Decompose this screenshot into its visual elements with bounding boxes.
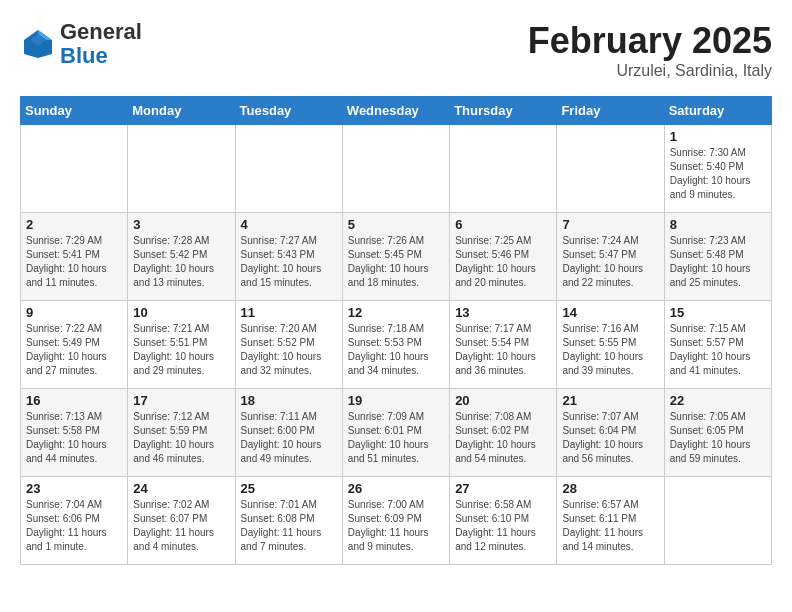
calendar-header-row: SundayMondayTuesdayWednesdayThursdayFrid… bbox=[21, 97, 772, 125]
day-number: 17 bbox=[133, 393, 229, 408]
header-saturday: Saturday bbox=[664, 97, 771, 125]
calendar-week-5: 23Sunrise: 7:04 AM Sunset: 6:06 PM Dayli… bbox=[21, 477, 772, 565]
header-sunday: Sunday bbox=[21, 97, 128, 125]
day-info: Sunrise: 7:00 AM Sunset: 6:09 PM Dayligh… bbox=[348, 498, 444, 554]
day-number: 22 bbox=[670, 393, 766, 408]
day-number: 8 bbox=[670, 217, 766, 232]
header-tuesday: Tuesday bbox=[235, 97, 342, 125]
calendar-cell bbox=[342, 125, 449, 213]
day-number: 18 bbox=[241, 393, 337, 408]
calendar-subtitle: Urzulei, Sardinia, Italy bbox=[528, 62, 772, 80]
day-number: 13 bbox=[455, 305, 551, 320]
calendar-cell: 21Sunrise: 7:07 AM Sunset: 6:04 PM Dayli… bbox=[557, 389, 664, 477]
day-info: Sunrise: 7:23 AM Sunset: 5:48 PM Dayligh… bbox=[670, 234, 766, 290]
day-info: Sunrise: 7:20 AM Sunset: 5:52 PM Dayligh… bbox=[241, 322, 337, 378]
calendar-cell: 7Sunrise: 7:24 AM Sunset: 5:47 PM Daylig… bbox=[557, 213, 664, 301]
calendar-cell: 4Sunrise: 7:27 AM Sunset: 5:43 PM Daylig… bbox=[235, 213, 342, 301]
calendar-cell bbox=[664, 477, 771, 565]
calendar-cell: 25Sunrise: 7:01 AM Sunset: 6:08 PM Dayli… bbox=[235, 477, 342, 565]
calendar-cell: 19Sunrise: 7:09 AM Sunset: 6:01 PM Dayli… bbox=[342, 389, 449, 477]
day-info: Sunrise: 7:01 AM Sunset: 6:08 PM Dayligh… bbox=[241, 498, 337, 554]
day-number: 3 bbox=[133, 217, 229, 232]
day-info: Sunrise: 7:27 AM Sunset: 5:43 PM Dayligh… bbox=[241, 234, 337, 290]
calendar-cell: 23Sunrise: 7:04 AM Sunset: 6:06 PM Dayli… bbox=[21, 477, 128, 565]
day-info: Sunrise: 7:08 AM Sunset: 6:02 PM Dayligh… bbox=[455, 410, 551, 466]
calendar-cell: 10Sunrise: 7:21 AM Sunset: 5:51 PM Dayli… bbox=[128, 301, 235, 389]
day-number: 9 bbox=[26, 305, 122, 320]
day-info: Sunrise: 7:05 AM Sunset: 6:05 PM Dayligh… bbox=[670, 410, 766, 466]
day-info: Sunrise: 7:09 AM Sunset: 6:01 PM Dayligh… bbox=[348, 410, 444, 466]
day-number: 26 bbox=[348, 481, 444, 496]
calendar-cell: 22Sunrise: 7:05 AM Sunset: 6:05 PM Dayli… bbox=[664, 389, 771, 477]
day-number: 7 bbox=[562, 217, 658, 232]
day-info: Sunrise: 7:21 AM Sunset: 5:51 PM Dayligh… bbox=[133, 322, 229, 378]
logo-text: General Blue bbox=[60, 20, 142, 68]
calendar-cell bbox=[450, 125, 557, 213]
day-number: 19 bbox=[348, 393, 444, 408]
calendar-cell: 18Sunrise: 7:11 AM Sunset: 6:00 PM Dayli… bbox=[235, 389, 342, 477]
day-info: Sunrise: 7:12 AM Sunset: 5:59 PM Dayligh… bbox=[133, 410, 229, 466]
header-monday: Monday bbox=[128, 97, 235, 125]
day-number: 16 bbox=[26, 393, 122, 408]
calendar-cell: 1Sunrise: 7:30 AM Sunset: 5:40 PM Daylig… bbox=[664, 125, 771, 213]
day-info: Sunrise: 7:22 AM Sunset: 5:49 PM Dayligh… bbox=[26, 322, 122, 378]
day-number: 12 bbox=[348, 305, 444, 320]
day-info: Sunrise: 7:25 AM Sunset: 5:46 PM Dayligh… bbox=[455, 234, 551, 290]
calendar-cell: 9Sunrise: 7:22 AM Sunset: 5:49 PM Daylig… bbox=[21, 301, 128, 389]
day-number: 20 bbox=[455, 393, 551, 408]
calendar-table: SundayMondayTuesdayWednesdayThursdayFrid… bbox=[20, 96, 772, 565]
calendar-cell: 28Sunrise: 6:57 AM Sunset: 6:11 PM Dayli… bbox=[557, 477, 664, 565]
day-info: Sunrise: 6:58 AM Sunset: 6:10 PM Dayligh… bbox=[455, 498, 551, 554]
calendar-week-2: 2Sunrise: 7:29 AM Sunset: 5:41 PM Daylig… bbox=[21, 213, 772, 301]
calendar-cell: 17Sunrise: 7:12 AM Sunset: 5:59 PM Dayli… bbox=[128, 389, 235, 477]
day-info: Sunrise: 7:04 AM Sunset: 6:06 PM Dayligh… bbox=[26, 498, 122, 554]
calendar-cell: 20Sunrise: 7:08 AM Sunset: 6:02 PM Dayli… bbox=[450, 389, 557, 477]
day-number: 28 bbox=[562, 481, 658, 496]
calendar-cell: 2Sunrise: 7:29 AM Sunset: 5:41 PM Daylig… bbox=[21, 213, 128, 301]
calendar-title: February 2025 bbox=[528, 20, 772, 62]
calendar-cell bbox=[235, 125, 342, 213]
calendar-week-4: 16Sunrise: 7:13 AM Sunset: 5:58 PM Dayli… bbox=[21, 389, 772, 477]
day-number: 11 bbox=[241, 305, 337, 320]
day-number: 21 bbox=[562, 393, 658, 408]
day-info: Sunrise: 7:02 AM Sunset: 6:07 PM Dayligh… bbox=[133, 498, 229, 554]
title-block: February 2025 Urzulei, Sardinia, Italy bbox=[528, 20, 772, 80]
day-number: 14 bbox=[562, 305, 658, 320]
day-info: Sunrise: 7:26 AM Sunset: 5:45 PM Dayligh… bbox=[348, 234, 444, 290]
calendar-cell: 12Sunrise: 7:18 AM Sunset: 5:53 PM Dayli… bbox=[342, 301, 449, 389]
day-number: 10 bbox=[133, 305, 229, 320]
day-number: 23 bbox=[26, 481, 122, 496]
calendar-cell bbox=[128, 125, 235, 213]
day-number: 27 bbox=[455, 481, 551, 496]
day-info: Sunrise: 7:24 AM Sunset: 5:47 PM Dayligh… bbox=[562, 234, 658, 290]
day-info: Sunrise: 7:13 AM Sunset: 5:58 PM Dayligh… bbox=[26, 410, 122, 466]
calendar-cell: 27Sunrise: 6:58 AM Sunset: 6:10 PM Dayli… bbox=[450, 477, 557, 565]
logo: General Blue bbox=[20, 20, 142, 68]
calendar-cell: 26Sunrise: 7:00 AM Sunset: 6:09 PM Dayli… bbox=[342, 477, 449, 565]
day-number: 2 bbox=[26, 217, 122, 232]
calendar-cell: 3Sunrise: 7:28 AM Sunset: 5:42 PM Daylig… bbox=[128, 213, 235, 301]
day-number: 25 bbox=[241, 481, 337, 496]
calendar-cell bbox=[557, 125, 664, 213]
calendar-cell: 8Sunrise: 7:23 AM Sunset: 5:48 PM Daylig… bbox=[664, 213, 771, 301]
header-friday: Friday bbox=[557, 97, 664, 125]
day-number: 1 bbox=[670, 129, 766, 144]
day-info: Sunrise: 6:57 AM Sunset: 6:11 PM Dayligh… bbox=[562, 498, 658, 554]
day-info: Sunrise: 7:29 AM Sunset: 5:41 PM Dayligh… bbox=[26, 234, 122, 290]
day-number: 4 bbox=[241, 217, 337, 232]
day-info: Sunrise: 7:15 AM Sunset: 5:57 PM Dayligh… bbox=[670, 322, 766, 378]
calendar-cell: 5Sunrise: 7:26 AM Sunset: 5:45 PM Daylig… bbox=[342, 213, 449, 301]
day-number: 15 bbox=[670, 305, 766, 320]
header-thursday: Thursday bbox=[450, 97, 557, 125]
day-info: Sunrise: 7:07 AM Sunset: 6:04 PM Dayligh… bbox=[562, 410, 658, 466]
day-number: 24 bbox=[133, 481, 229, 496]
calendar-cell: 11Sunrise: 7:20 AM Sunset: 5:52 PM Dayli… bbox=[235, 301, 342, 389]
calendar-cell: 6Sunrise: 7:25 AM Sunset: 5:46 PM Daylig… bbox=[450, 213, 557, 301]
day-info: Sunrise: 7:30 AM Sunset: 5:40 PM Dayligh… bbox=[670, 146, 766, 202]
calendar-cell: 14Sunrise: 7:16 AM Sunset: 5:55 PM Dayli… bbox=[557, 301, 664, 389]
day-info: Sunrise: 7:11 AM Sunset: 6:00 PM Dayligh… bbox=[241, 410, 337, 466]
day-info: Sunrise: 7:17 AM Sunset: 5:54 PM Dayligh… bbox=[455, 322, 551, 378]
page-header: General Blue February 2025 Urzulei, Sard… bbox=[20, 20, 772, 80]
day-number: 6 bbox=[455, 217, 551, 232]
header-wednesday: Wednesday bbox=[342, 97, 449, 125]
